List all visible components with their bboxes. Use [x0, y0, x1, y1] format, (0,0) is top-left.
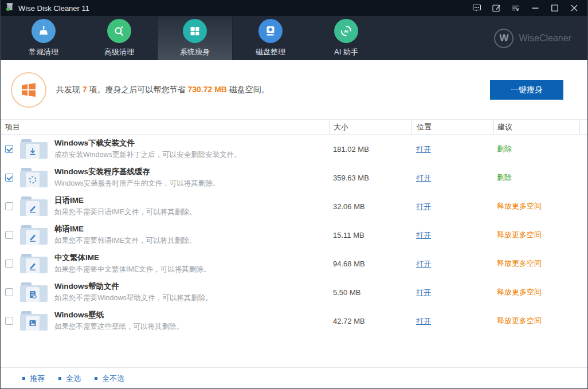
row-checkbox[interactable] — [5, 202, 13, 210]
table-row: Windows下载安装文件 成功安装Windows更新补丁之后，可以安全删除安装… — [1, 135, 587, 163]
tab-common-clean[interactable]: 常规清理 — [6, 16, 81, 60]
row-suggestion[interactable]: 释放更多空间 — [497, 259, 542, 268]
chat-bubble-icon[interactable] — [467, 0, 487, 16]
tab-label: 系统瘦身 — [180, 47, 210, 57]
row-title: Windows帮助文件 — [54, 281, 213, 292]
tab-advanced-clean[interactable]: 高级清理 — [81, 16, 157, 60]
summary-size: 730.72 MB — [187, 85, 226, 94]
tab-disk-defrag[interactable]: 磁盘整理 — [233, 16, 308, 60]
table-row: Windows安装程序基线缓存 Windows安装服务时所产生的文件，可以将其删… — [1, 163, 587, 192]
close-button[interactable] — [565, 0, 584, 16]
app-icon — [5, 2, 14, 14]
header-location: 位置 — [411, 121, 493, 133]
edit-note-icon[interactable] — [487, 0, 506, 16]
summary-bar: 共发现 7 项。瘦身之后可以帮您节省 730.72 MB 磁盘空间。 一键瘦身 — [1, 60, 587, 119]
folder-pen-icon — [20, 197, 48, 216]
table-row: 韩语IME 如果您不需要韩语IME文件，可以将其删除。 15.11 MB 打开 … — [1, 221, 587, 249]
header-size: 大小 — [329, 121, 411, 133]
tab-ai-assistant[interactable]: Ai AI 助手 — [308, 16, 384, 60]
windows-icon — [183, 19, 207, 43]
row-size: 32.06 MB — [329, 202, 411, 211]
list-menu-icon[interactable] — [506, 0, 526, 16]
tab-label: 磁盘整理 — [256, 47, 285, 57]
disk-icon — [258, 19, 283, 43]
row-title: Windows下载安装文件 — [54, 138, 241, 148]
row-title: 日语IME — [54, 195, 196, 206]
row-checkbox[interactable] — [5, 288, 13, 296]
row-description: 如果您不需要中文繁体IME文件，可以将其删除。 — [54, 265, 210, 274]
row-checkbox[interactable] — [5, 317, 13, 325]
ai-icon: Ai — [334, 19, 358, 43]
tab-label: 常规清理 — [29, 47, 58, 57]
open-link[interactable]: 打开 — [416, 145, 431, 154]
row-suggestion[interactable]: 释放更多空间 — [497, 202, 542, 210]
row-size: 15.11 MB — [329, 231, 411, 239]
folder-download-icon — [20, 139, 48, 159]
folder-help-icon: ? — [20, 282, 48, 302]
row-suggestion[interactable]: 释放更多空间 — [497, 230, 542, 239]
svg-text:?: ? — [34, 296, 36, 298]
row-size: 94.68 MB — [329, 260, 411, 268]
select-recommended-link[interactable]: 推荐 — [22, 374, 45, 384]
summary-suffix: 磁盘空间。 — [227, 85, 269, 94]
folder-picture-icon — [20, 311, 48, 331]
app-window: Wise Disk Cleaner 11 — [0, 0, 588, 389]
main-content: 共发现 7 项。瘦身之后可以帮您节省 730.72 MB 磁盘空间。 一键瘦身 … — [1, 60, 587, 389]
row-title: 中文繁体IME — [54, 253, 210, 263]
maximize-button[interactable] — [545, 0, 565, 16]
summary-text: 共发现 7 项。瘦身之后可以帮您节省 730.72 MB 磁盘空间。 — [56, 85, 490, 95]
row-checkbox[interactable] — [5, 231, 13, 239]
folder-pen-icon — [20, 254, 48, 273]
row-title: Windows壁纸 — [54, 310, 183, 320]
wisecleaner-logo-mark: W — [494, 29, 513, 48]
header-suggestion: 建议 — [493, 121, 587, 133]
row-title: 韩语IME — [54, 224, 196, 234]
minimize-button[interactable] — [526, 0, 545, 16]
row-description: 如果您不需要Windows帮助文件，可以将其删除。 — [54, 293, 213, 303]
summary-count: 7 — [83, 85, 87, 94]
row-suggestion[interactable]: 释放更多空间 — [497, 316, 542, 325]
row-size: 359.63 MB — [329, 174, 411, 182]
one-click-slim-button[interactable]: 一键瘦身 — [490, 80, 563, 100]
broom-icon — [32, 19, 56, 43]
row-checkbox[interactable] — [5, 174, 13, 182]
wisecleaner-logo-text: WiseCleaner — [519, 33, 571, 44]
header-separator — [579, 121, 580, 133]
row-suggestion[interactable]: 释放更多空间 — [497, 288, 542, 296]
row-checkbox[interactable] — [5, 145, 13, 153]
nav-bar: 常规清理 高级清理 系统瘦身 — [1, 16, 587, 60]
open-link[interactable]: 打开 — [416, 174, 431, 182]
open-link[interactable]: 打开 — [416, 288, 431, 297]
table-row: 中文繁体IME 如果您不需要中文繁体IME文件，可以将其删除。 94.68 MB… — [1, 249, 587, 278]
row-size: 181.02 MB — [329, 145, 411, 154]
tab-label: AI 助手 — [334, 47, 358, 57]
windows-logo-icon — [11, 72, 46, 108]
open-link[interactable]: 打开 — [416, 202, 431, 211]
row-title: Windows安装程序基线缓存 — [54, 167, 219, 177]
table-header: 项目 大小 位置 建议 — [1, 119, 587, 135]
select-none-link[interactable]: 全不选 — [95, 374, 124, 384]
row-description: 如果您不需要这些壁纸，可以将其删除。 — [54, 322, 183, 332]
wisecleaner-logo: W WiseCleaner — [494, 16, 571, 60]
window-title: Wise Disk Cleaner 11 — [18, 4, 89, 13]
open-link[interactable]: 打开 — [416, 317, 431, 325]
scan-icon — [107, 19, 131, 43]
select-all-link[interactable]: 全选 — [58, 374, 81, 384]
row-description: 如果您不需要韩语IME文件，可以将其删除。 — [54, 236, 196, 246]
open-link[interactable]: 打开 — [416, 260, 431, 268]
row-description: 成功安装Windows更新补丁之后，可以安全删除安装文件。 — [54, 150, 241, 160]
link-label: 推荐 — [30, 374, 45, 384]
row-suggestion[interactable]: 删除 — [497, 144, 512, 153]
open-link[interactable]: 打开 — [416, 231, 431, 239]
row-suggestion[interactable]: 删除 — [497, 173, 512, 182]
link-label: 全选 — [66, 374, 81, 384]
tab-system-slim[interactable]: 系统瘦身 — [157, 16, 233, 60]
header-item: 项目 — [1, 122, 329, 132]
svg-text:Ai: Ai — [344, 29, 348, 34]
row-checkbox[interactable] — [5, 260, 13, 268]
tab-label: 高级清理 — [104, 47, 134, 57]
table-row: 日语IME 如果您不需要日语IME文件，可以将其删除。 32.06 MB 打开 … — [1, 192, 587, 221]
summary-prefix: 共发现 — [56, 85, 83, 94]
bullet-icon — [95, 377, 97, 380]
row-description: 如果您不需要日语IME文件，可以将其删除。 — [54, 207, 196, 217]
